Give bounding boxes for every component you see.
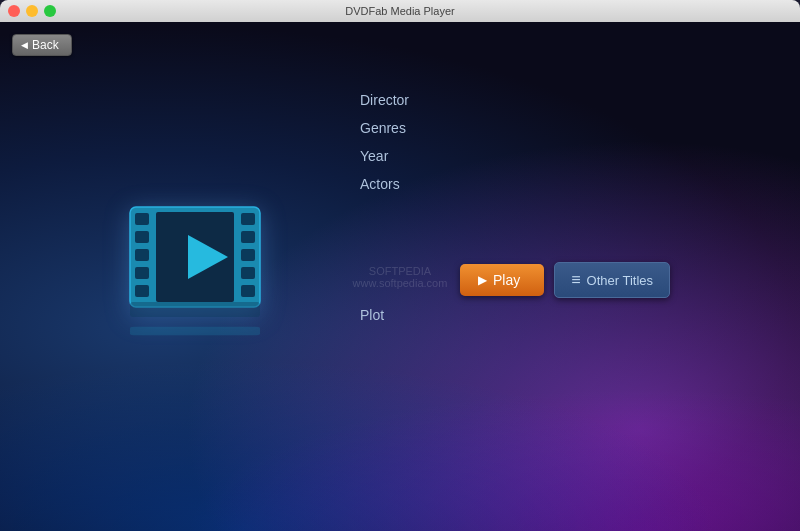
actors-label: Actors — [360, 176, 409, 192]
genres-label: Genres — [360, 120, 409, 136]
other-titles-label: Other Titles — [587, 273, 653, 288]
minimize-button[interactable] — [26, 5, 38, 17]
svg-rect-1 — [135, 213, 149, 225]
window-controls — [8, 5, 56, 17]
maximize-button[interactable] — [44, 5, 56, 17]
svg-rect-14 — [130, 326, 260, 335]
svg-rect-13 — [130, 302, 260, 317]
plot-label: Plot — [360, 307, 384, 323]
year-label: Year — [360, 148, 409, 164]
svg-rect-8 — [241, 249, 255, 261]
svg-rect-2 — [135, 231, 149, 243]
svg-rect-9 — [241, 267, 255, 279]
watermark: SOFTPEDIA www.softpedia.com — [353, 265, 448, 289]
svg-rect-3 — [135, 249, 149, 261]
watermark-line1: SOFTPEDIA — [353, 265, 448, 277]
play-label: Play — [493, 272, 520, 288]
film-icon-area — [120, 197, 280, 357]
film-strip-icon — [120, 197, 270, 317]
close-button[interactable] — [8, 5, 20, 17]
play-button[interactable]: Play — [460, 264, 544, 296]
film-strip-reflection — [120, 326, 270, 335]
plot-area: Plot — [360, 307, 384, 323]
svg-rect-7 — [241, 231, 255, 243]
info-panel: Director Genres Year Actors — [360, 92, 409, 204]
buttons-area: Play Other Titles — [460, 262, 670, 298]
window-title: DVDFab Media Player — [345, 5, 454, 17]
svg-rect-6 — [241, 213, 255, 225]
main-content: Back — [0, 22, 800, 531]
other-titles-button[interactable]: Other Titles — [554, 262, 670, 298]
svg-rect-4 — [135, 267, 149, 279]
back-label: Back — [32, 38, 59, 52]
watermark-line2: www.softpedia.com — [353, 277, 448, 289]
back-button[interactable]: Back — [12, 34, 72, 56]
title-bar: DVDFab Media Player — [0, 0, 800, 22]
svg-rect-5 — [135, 285, 149, 297]
director-label: Director — [360, 92, 409, 108]
svg-rect-10 — [241, 285, 255, 297]
